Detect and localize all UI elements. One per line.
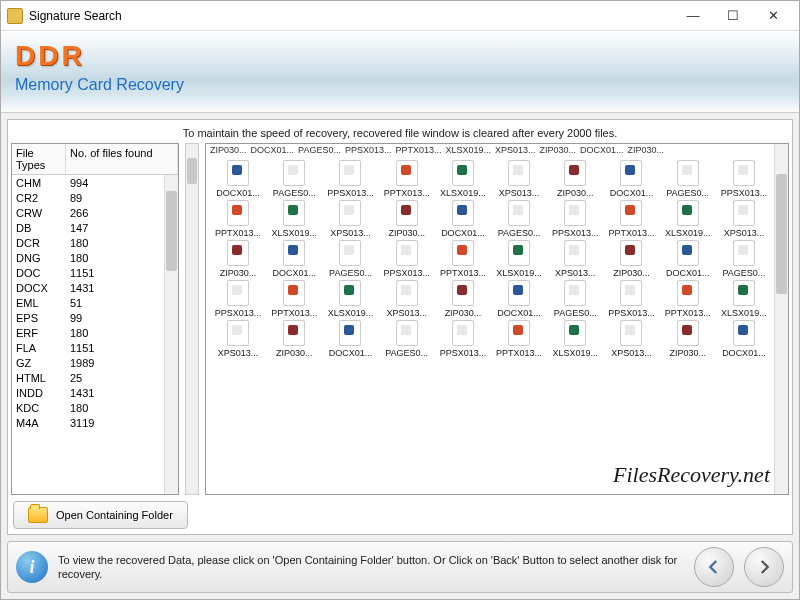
close-button[interactable]: ✕ bbox=[753, 4, 793, 28]
back-button[interactable] bbox=[694, 547, 734, 587]
cell-type: GZ bbox=[12, 355, 66, 370]
table-scrollbar[interactable] bbox=[164, 175, 178, 494]
table-row[interactable]: CRW266 bbox=[12, 205, 164, 220]
file-item[interactable]: XPS013... bbox=[716, 200, 772, 238]
file-item[interactable]: PPTX013... bbox=[379, 160, 435, 198]
table-row[interactable]: DB147 bbox=[12, 220, 164, 235]
file-item[interactable]: XLSX019... bbox=[266, 200, 322, 238]
file-item[interactable]: PPSX013... bbox=[379, 240, 435, 278]
file-icon bbox=[677, 320, 699, 346]
file-item[interactable]: XPS013... bbox=[491, 160, 547, 198]
file-item[interactable]: ZIP030... bbox=[210, 240, 266, 278]
mid-scrollbar[interactable] bbox=[185, 143, 199, 495]
cell-count: 1431 bbox=[66, 385, 164, 400]
file-item[interactable]: PPSX013... bbox=[435, 320, 491, 358]
file-item[interactable]: PPSX013... bbox=[322, 160, 378, 198]
file-item[interactable]: XPS013... bbox=[322, 200, 378, 238]
file-item[interactable]: DOCX01... bbox=[435, 200, 491, 238]
minimize-button[interactable]: — bbox=[673, 4, 713, 28]
scrollbar-thumb[interactable] bbox=[776, 174, 787, 294]
file-item[interactable]: DOCX01... bbox=[603, 160, 659, 198]
file-item[interactable]: XLSX019... bbox=[435, 160, 491, 198]
file-icon bbox=[452, 320, 474, 346]
cell-count: 180 bbox=[66, 235, 164, 250]
file-item[interactable]: XPS013... bbox=[603, 320, 659, 358]
table-row[interactable]: EML51 bbox=[12, 295, 164, 310]
file-item[interactable]: PPTX013... bbox=[491, 320, 547, 358]
file-name: XLSX019... bbox=[269, 228, 319, 238]
file-name: PPTX013... bbox=[663, 308, 713, 318]
file-item[interactable]: DOCX01... bbox=[491, 280, 547, 318]
table-row[interactable]: INDD1431 bbox=[12, 385, 164, 400]
file-item[interactable]: PPTX013... bbox=[603, 200, 659, 238]
table-row[interactable]: EPS99 bbox=[12, 310, 164, 325]
file-item[interactable]: XPS013... bbox=[379, 280, 435, 318]
file-name: PAGES0... bbox=[663, 188, 713, 198]
grid-scrollbar[interactable] bbox=[774, 144, 788, 494]
file-item[interactable]: DOCX01... bbox=[322, 320, 378, 358]
file-icon bbox=[508, 200, 530, 226]
file-item[interactable]: XLSX019... bbox=[491, 240, 547, 278]
file-item[interactable]: PAGES0... bbox=[491, 200, 547, 238]
truncated-filename: ZIP030... bbox=[210, 145, 247, 155]
file-item[interactable]: PPSX013... bbox=[210, 280, 266, 318]
truncated-filename: PPTX013... bbox=[395, 145, 441, 155]
file-icon bbox=[283, 320, 305, 346]
file-item[interactable]: ZIP030... bbox=[435, 280, 491, 318]
file-item[interactable]: PPTX013... bbox=[435, 240, 491, 278]
table-row[interactable]: CHM994 bbox=[12, 175, 164, 190]
table-row[interactable]: CR289 bbox=[12, 190, 164, 205]
file-item[interactable]: PPSX013... bbox=[603, 280, 659, 318]
file-item[interactable]: XLSX019... bbox=[547, 320, 603, 358]
file-item[interactable]: XLSX019... bbox=[716, 280, 772, 318]
file-item[interactable]: PPSX013... bbox=[547, 200, 603, 238]
scrollbar-thumb[interactable] bbox=[166, 191, 177, 271]
table-row[interactable]: DCR180 bbox=[12, 235, 164, 250]
file-item[interactable]: PAGES0... bbox=[660, 160, 716, 198]
cell-count: 180 bbox=[66, 325, 164, 340]
file-item[interactable]: XLSX019... bbox=[660, 200, 716, 238]
table-row[interactable]: M4A3119 bbox=[12, 415, 164, 430]
table-row[interactable]: DOCX1431 bbox=[12, 280, 164, 295]
file-item[interactable]: DOCX01... bbox=[660, 240, 716, 278]
file-icon bbox=[620, 240, 642, 266]
file-name: DOCX01... bbox=[494, 308, 544, 318]
file-item[interactable]: PPSX013... bbox=[716, 160, 772, 198]
file-icon bbox=[283, 200, 305, 226]
cell-type: INDD bbox=[12, 385, 66, 400]
next-button[interactable] bbox=[744, 547, 784, 587]
scrollbar-thumb[interactable] bbox=[187, 158, 197, 184]
file-item[interactable]: DOCX01... bbox=[716, 320, 772, 358]
cell-count: 99 bbox=[66, 310, 164, 325]
cell-count: 25 bbox=[66, 370, 164, 385]
file-item[interactable]: PAGES0... bbox=[266, 160, 322, 198]
file-item[interactable]: XLSX019... bbox=[322, 280, 378, 318]
table-row[interactable]: ERF180 bbox=[12, 325, 164, 340]
file-item[interactable]: PAGES0... bbox=[322, 240, 378, 278]
open-containing-folder-button[interactable]: Open Containing Folder bbox=[13, 501, 188, 529]
file-item[interactable]: PPTX013... bbox=[210, 200, 266, 238]
file-item[interactable]: PAGES0... bbox=[547, 280, 603, 318]
maximize-button[interactable]: ☐ bbox=[713, 4, 753, 28]
file-item[interactable]: DOCX01... bbox=[210, 160, 266, 198]
table-row[interactable]: GZ1989 bbox=[12, 355, 164, 370]
file-item[interactable]: ZIP030... bbox=[266, 320, 322, 358]
file-item[interactable]: ZIP030... bbox=[603, 240, 659, 278]
table-row[interactable]: HTML25 bbox=[12, 370, 164, 385]
file-item[interactable]: XPS013... bbox=[210, 320, 266, 358]
table-row[interactable]: KDC180 bbox=[12, 400, 164, 415]
file-item[interactable]: ZIP030... bbox=[379, 200, 435, 238]
file-item[interactable]: XPS013... bbox=[547, 240, 603, 278]
file-item[interactable]: DOCX01... bbox=[266, 240, 322, 278]
file-item[interactable]: PAGES0... bbox=[716, 240, 772, 278]
file-item[interactable]: PPTX013... bbox=[266, 280, 322, 318]
file-item[interactable]: PPTX013... bbox=[660, 280, 716, 318]
table-row[interactable]: FLA1151 bbox=[12, 340, 164, 355]
file-item[interactable]: PAGES0... bbox=[379, 320, 435, 358]
file-item[interactable]: ZIP030... bbox=[660, 320, 716, 358]
table-row[interactable]: DOC1151 bbox=[12, 265, 164, 280]
table-row[interactable]: DNG180 bbox=[12, 250, 164, 265]
file-name: XPS013... bbox=[213, 348, 263, 358]
file-item[interactable]: ZIP030... bbox=[547, 160, 603, 198]
file-name: ZIP030... bbox=[213, 268, 263, 278]
